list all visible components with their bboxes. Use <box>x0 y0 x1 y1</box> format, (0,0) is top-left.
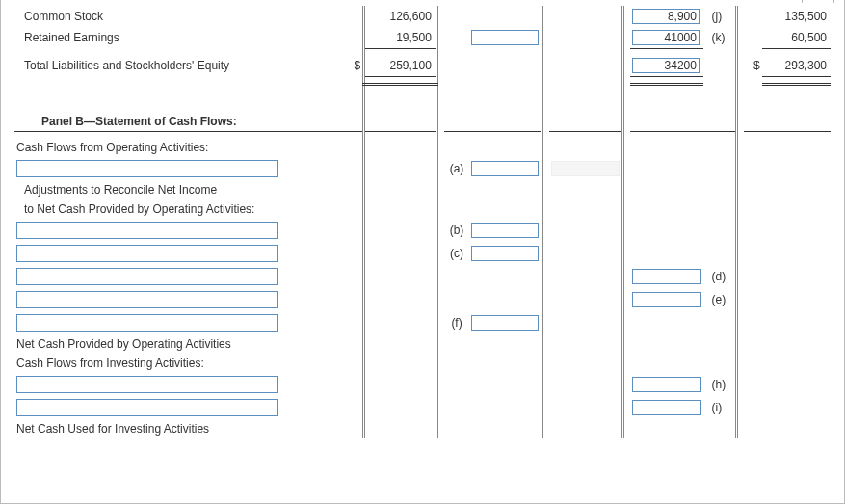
label: Common Stock <box>14 6 346 27</box>
amount-1: 259,100 <box>364 55 437 77</box>
desc-input[interactable] <box>16 268 278 285</box>
input-a[interactable] <box>471 161 539 176</box>
row-e: (e) <box>14 288 831 311</box>
input-col1[interactable] <box>471 30 539 45</box>
input-h[interactable] <box>632 377 701 392</box>
input-b[interactable] <box>471 223 539 238</box>
panel-b-title: Panel B—Statement of Cash Flows: <box>14 112 346 132</box>
row-c: (c) <box>14 242 831 265</box>
row-net-used: Net Cash Used for Investing Activities <box>14 419 831 438</box>
desc-input[interactable] <box>16 222 278 239</box>
input-d[interactable] <box>632 269 701 284</box>
input-e[interactable] <box>632 292 701 307</box>
input-col3[interactable]: 41000 <box>632 30 700 45</box>
tag-j: (j) <box>708 6 737 27</box>
row-total-liab-equity: Total Liabilities and Stockholders' Equi… <box>14 55 831 77</box>
cfo-title: Cash Flows from Operating Activities: <box>14 138 346 157</box>
row-retained-earnings: Retained Earnings 19,500 41000 (k) 60,50… <box>14 27 831 49</box>
row-cfi-heading: Cash Flows from Investing Activities: <box>14 354 831 373</box>
row-adj-2: to Net Cash Provided by Operating Activi… <box>14 199 831 219</box>
amount-2: 135,500 <box>762 6 831 27</box>
desc-input[interactable] <box>16 245 278 262</box>
label-a: (a) <box>444 157 468 180</box>
desc-input[interactable] <box>16 160 278 177</box>
row-h: (h) <box>14 373 831 396</box>
label: Total Liabilities and Stockholders' Equi… <box>14 55 346 77</box>
row-common-stock: Common Stock 126,600 8,900 (j) 135,500 <box>14 6 831 27</box>
ellipsis-tab[interactable]: ... <box>802 0 834 3</box>
input-col3[interactable]: 34200 <box>632 58 700 73</box>
desc-input[interactable] <box>16 399 278 416</box>
input-f[interactable] <box>471 315 539 331</box>
row-d: (d) <box>14 265 831 288</box>
amount-2: 293,300 <box>762 55 831 77</box>
desc-input[interactable] <box>16 376 278 393</box>
row-i: (i) <box>14 396 831 419</box>
financial-table: Common Stock 126,600 8,900 (j) 135,500 R… <box>14 6 831 438</box>
worksheet-panel: ... { "rows":{ "common_stock":{"label":"… <box>0 0 845 504</box>
desc-input[interactable] <box>16 314 278 332</box>
tag-k: (k) <box>708 27 737 49</box>
row-a: (a) <box>14 157 831 180</box>
amount-2: 60,500 <box>762 27 831 49</box>
row-net-provided: Net Cash Provided by Operating Activitie… <box>14 334 831 354</box>
input-i[interactable] <box>632 400 701 415</box>
desc-input[interactable] <box>16 291 278 308</box>
row-panel-b-header: Panel B—Statement of Cash Flows: <box>14 112 831 132</box>
label: Retained Earnings <box>14 27 346 49</box>
row-cfo-heading: Cash Flows from Operating Activities: <box>14 138 831 157</box>
input-col3[interactable]: 8,900 <box>632 9 700 24</box>
amount-1: 19,500 <box>364 27 437 49</box>
row-adj-1: Adjustments to Reconcile Net Income <box>14 180 831 199</box>
input-c[interactable] <box>471 246 539 261</box>
row-b: (b) <box>14 219 831 242</box>
row-f: (f) <box>14 311 831 334</box>
amount-1: 126,600 <box>364 6 437 27</box>
